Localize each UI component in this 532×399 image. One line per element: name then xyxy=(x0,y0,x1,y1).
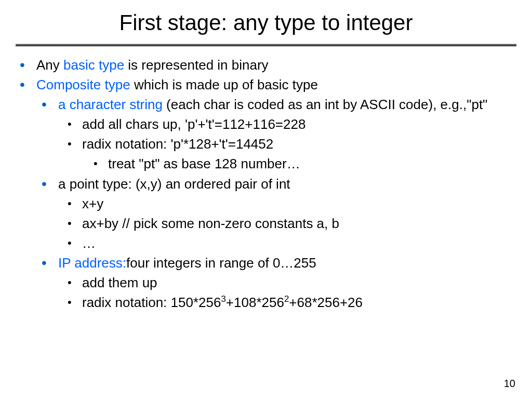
superscript: 2 xyxy=(284,294,289,304)
text-plain: ax+by // pick some non-zero constants a,… xyxy=(82,216,339,231)
text-plain: +108*256 xyxy=(226,295,284,310)
text-plain: add them up xyxy=(82,275,157,290)
bullet-item: treat "pt" as base 128 number… xyxy=(16,155,516,173)
bullet-item: a character string (each char is coded a… xyxy=(16,96,516,114)
content-area: Any basic type is represented in binary … xyxy=(16,56,516,312)
text-plain: +68*256+26 xyxy=(289,295,363,310)
bullet-item: radix notation: 'p'*128+'t'=14452 xyxy=(16,135,516,153)
superscript: 3 xyxy=(221,294,225,304)
text-plain: radix notation: 'p'*128+'t'=14452 xyxy=(82,136,273,152)
bullet-item: Any basic type is represented in binary xyxy=(16,56,516,74)
text-highlight: a character string xyxy=(58,97,163,112)
slide-container: First stage: any type to integer Any bas… xyxy=(0,0,532,399)
text-plain: is represented in binary xyxy=(124,57,268,73)
bullet-item: radix notation: 150*2563+108*2562+68*256… xyxy=(16,294,516,312)
bullet-item: add all chars up, 'p'+'t'=112+116=228 xyxy=(16,115,516,134)
text-plain: add all chars up, 'p'+'t'=112+116=228 xyxy=(82,116,305,132)
page-title: First stage: any type to integer xyxy=(16,10,516,42)
text-plain: four integers in range of 0…255 xyxy=(126,255,316,271)
text-plain: which is made up of basic type xyxy=(130,77,318,92)
bullet-item: a point type: (x,y) an ordered pair of i… xyxy=(16,175,516,193)
bullet-list: Any basic type is represented in binary … xyxy=(16,56,516,312)
bullet-item: … xyxy=(16,234,516,252)
text-plain: (each char is coded as an int by ASCII c… xyxy=(163,97,487,112)
text-plain: x+y xyxy=(82,196,103,211)
text-plain: … xyxy=(82,235,96,251)
text-plain: radix notation: 150*256 xyxy=(82,295,221,310)
text-highlight: Composite type xyxy=(36,77,130,92)
text-plain: a point type: (x,y) an ordered pair of i… xyxy=(58,176,290,192)
bullet-item: add them up xyxy=(16,274,516,292)
text-plain: Any xyxy=(36,57,63,73)
text-plain: treat "pt" as base 128 number… xyxy=(108,156,300,171)
page-number: 10 xyxy=(504,378,515,390)
bullet-item: Composite type which is made up of basic… xyxy=(16,76,516,94)
bullet-item: x+y xyxy=(16,195,516,213)
text-highlight: basic type xyxy=(63,57,124,73)
bullet-item: IP address:four integers in range of 0…2… xyxy=(16,254,516,272)
text-highlight: IP address: xyxy=(58,255,126,271)
title-divider xyxy=(16,44,516,47)
bullet-item: ax+by // pick some non-zero constants a,… xyxy=(16,215,516,233)
